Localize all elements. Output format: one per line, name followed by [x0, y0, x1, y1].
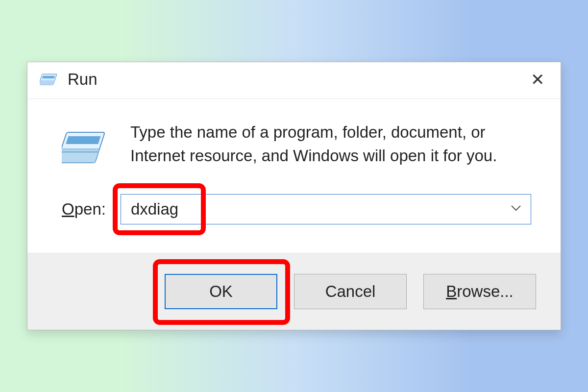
- open-label: Open:: [62, 200, 106, 219]
- run-dialog: Run ✕ Type the name of a program, folder…: [27, 62, 561, 330]
- intro-row: Type the name of a program, folder, docu…: [62, 121, 531, 171]
- titlebar-left: Run: [39, 70, 98, 89]
- titlebar: Run ✕: [27, 62, 561, 99]
- close-icon: ✕: [531, 71, 544, 88]
- open-row: Open:: [62, 194, 531, 224]
- open-label-accel: O: [62, 200, 74, 218]
- close-button[interactable]: ✕: [525, 67, 550, 92]
- open-label-rest: pen:: [74, 200, 106, 218]
- run-icon: [62, 123, 109, 171]
- cancel-button[interactable]: Cancel: [294, 274, 407, 309]
- browse-rest: rowse...: [457, 282, 514, 300]
- browse-button[interactable]: Browse...: [423, 274, 536, 309]
- browse-accel: B: [446, 282, 457, 300]
- ok-button[interactable]: OK: [165, 274, 277, 309]
- run-icon-small: [39, 71, 60, 88]
- dialog-body: Type the name of a program, folder, docu…: [27, 99, 561, 253]
- svg-rect-2: [40, 80, 55, 85]
- button-bar: OK Cancel Browse...: [27, 253, 561, 330]
- open-combobox[interactable]: [121, 194, 531, 224]
- svg-rect-6: [62, 151, 99, 153]
- svg-rect-4: [66, 136, 100, 144]
- open-input[interactable]: [121, 194, 531, 224]
- ok-button-wrap: OK: [165, 274, 277, 309]
- window-title: Run: [68, 70, 98, 89]
- description-text: Type the name of a program, folder, docu…: [130, 121, 531, 168]
- svg-rect-1: [42, 76, 55, 78]
